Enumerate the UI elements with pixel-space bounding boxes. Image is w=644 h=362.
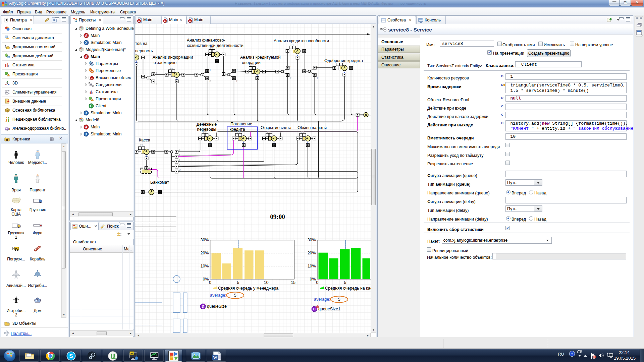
svg-text:09:00: 09:00 <box>270 213 285 220</box>
svg-text:Денежные: Денежные <box>197 122 217 127</box>
svg-text:D: D <box>179 168 181 171</box>
svg-text:0: 0 <box>209 280 211 285</box>
svg-text:5: 5 <box>344 280 346 285</box>
svg-text:average:: average: <box>314 297 330 302</box>
svg-text:Открытие счета: Открытие счета <box>261 125 291 130</box>
svg-text:1: 1 <box>179 154 180 157</box>
svg-text:F: F <box>317 76 319 79</box>
svg-text:T: T <box>236 68 238 71</box>
svg-text:верность: верность <box>135 49 153 53</box>
svg-text:A: A <box>85 125 87 129</box>
svg-text:T: T <box>156 72 157 75</box>
svg-text:A: A <box>85 55 87 59</box>
svg-text:Анализ кредитоспособности: Анализ кредитоспособности <box>274 39 329 43</box>
svg-text:F: F <box>236 79 238 82</box>
svg-text:D: D <box>313 307 315 311</box>
svg-text:10: 10 <box>264 280 269 285</box>
svg-text:10%: 10% <box>200 264 209 268</box>
svg-text:F: F <box>156 83 157 86</box>
svg-text:average:: average: <box>210 293 226 298</box>
svg-text:A: A <box>91 77 93 80</box>
svg-text:A: A <box>85 34 87 38</box>
svg-text:переводы: переводы <box>197 127 216 132</box>
svg-text:Анализ кредитуемой: Анализ кредитуемой <box>240 55 281 60</box>
svg-text:20%: 20% <box>308 251 316 255</box>
svg-text:T: T <box>290 65 292 68</box>
svg-text:C: C <box>90 104 92 108</box>
svg-text:Средняя очередь у менеджера: Средняя очередь у менеджера <box>218 286 278 291</box>
svg-text:Анализ информации: Анализ информации <box>153 55 193 60</box>
svg-text:F: F <box>210 80 211 83</box>
svg-text:тов на: тов на <box>135 41 148 46</box>
svg-text:queueSize1: queueSize1 <box>318 307 340 311</box>
svg-text:0%: 0% <box>203 277 209 282</box>
svg-text:5: 5 <box>338 297 340 302</box>
svg-text:0%: 0% <box>310 277 316 282</box>
svg-text:Погашение: Погашение <box>230 122 252 126</box>
svg-text:T: T <box>210 68 211 71</box>
svg-text:Одобрение кредита: Одобрение кредита <box>324 58 363 63</box>
svg-text:10%: 10% <box>308 264 316 268</box>
svg-text:A: A <box>164 20 166 23</box>
svg-text:3: 3 <box>179 164 180 167</box>
svg-text:0: 0 <box>179 148 180 152</box>
svg-text:X: X <box>85 132 88 136</box>
svg-text:20%: 20% <box>200 251 209 255</box>
svg-text:PT: PT <box>301 131 304 134</box>
svg-text:A: A <box>189 20 191 23</box>
svg-text:V: V <box>91 71 93 73</box>
svg-text:Анализ финансово-: Анализ финансово- <box>187 38 225 43</box>
svg-text:PT: PT <box>140 144 143 147</box>
svg-text:T: T <box>317 65 319 68</box>
svg-text:D: D <box>202 305 204 308</box>
svg-text:X: X <box>85 41 88 45</box>
svg-text:о заемщике: о заемщике <box>154 60 177 65</box>
svg-text:99: 99 <box>130 352 133 355</box>
svg-text:A: A <box>138 20 140 23</box>
svg-text:queueSize: queueSize <box>207 304 227 309</box>
svg-text:Касса: Касса <box>139 138 150 142</box>
svg-text:15: 15 <box>291 280 296 285</box>
svg-text:S: S <box>69 353 73 359</box>
svg-text:Банкомат: Банкомат <box>150 180 169 185</box>
svg-text:?: ? <box>571 352 573 356</box>
svg-text:0: 0 <box>316 280 318 285</box>
svg-text:операции: операции <box>242 60 261 65</box>
svg-text:Средняя очередь на кассе: Средняя очередь на кассе <box>325 286 371 291</box>
svg-text:30%: 30% <box>308 238 316 242</box>
svg-text:30%: 30% <box>200 238 209 242</box>
svg-text:5: 5 <box>237 280 239 285</box>
svg-text:PT: PT <box>290 43 294 46</box>
svg-text:Обмен валюты: Обмен валюты <box>298 125 327 130</box>
svg-text:2: 2 <box>179 159 180 162</box>
svg-text:X: X <box>85 111 88 115</box>
svg-text:кредита: кредита <box>230 127 245 132</box>
svg-text:W: W <box>213 355 217 360</box>
svg-text:PT: PT <box>170 67 173 70</box>
svg-text:PT: PT <box>267 131 270 134</box>
svg-text:5: 5 <box>234 293 236 298</box>
svg-text:F: F <box>290 76 292 79</box>
svg-text:хозяйственной деятельности: хозяйственной деятельности <box>187 43 244 48</box>
